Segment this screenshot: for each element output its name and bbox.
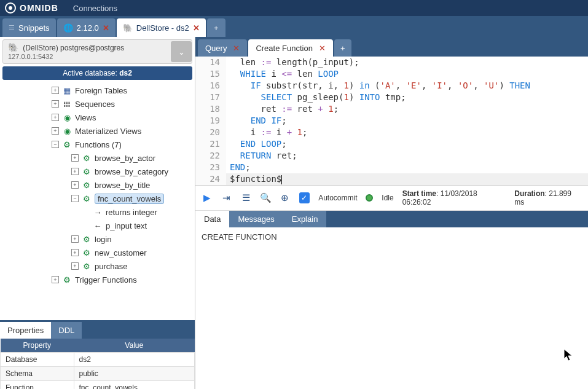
tab-data[interactable]: Data	[195, 211, 229, 227]
connection-dropdown-button[interactable]: ⌄	[171, 41, 192, 62]
tab-ddl[interactable]: DDL	[51, 322, 82, 339]
connections-menu[interactable]: Connections	[73, 4, 117, 13]
right-panel: Query ✕ Create Function ✕ + 14 len := le…	[195, 37, 588, 389]
autocommit-checkbox[interactable]: ✓	[299, 192, 310, 203]
gear-icon: ⚙	[81, 235, 92, 244]
tab-conn-2[interactable]: 🐘 DellStore - ds2 ✕	[117, 18, 206, 37]
expand-icon[interactable]: +	[52, 276, 59, 283]
tree-node-views[interactable]: + ◉ Views	[2, 111, 192, 124]
close-icon[interactable]: ✕	[319, 44, 326, 53]
tab-snippets[interactable]: ☰ Snippets	[2, 18, 56, 37]
table-row: Schemapublic	[1, 367, 195, 381]
code-text[interactable]: END;	[226, 162, 588, 173]
status-dot-icon	[366, 194, 373, 202]
query-tabs-bar: Query ✕ Create Function ✕ +	[195, 37, 588, 57]
tab-conn-1[interactable]: 🌐 2.12.0 ✕	[57, 18, 116, 37]
expand-icon[interactable]: +	[52, 114, 59, 121]
code-text[interactable]: RETURN ret;	[226, 150, 588, 162]
result-text: CREATE FUNCTION	[202, 232, 277, 242]
close-icon[interactable]: ✕	[103, 23, 109, 33]
code-text[interactable]: END IF;	[226, 115, 588, 127]
editor-line[interactable]: 15 WHILE i <= len LOOP	[195, 68, 588, 80]
editor-toolbar: ▶ ⇥ ☰ 🔍 ⊕ ✓ Autocommit Idle Start time: …	[195, 186, 588, 211]
editor-line[interactable]: 19 END IF;	[195, 115, 588, 127]
expand-icon[interactable]: +	[71, 181, 79, 189]
tree-node-fn[interactable]: + ⚙ login	[2, 232, 192, 246]
code-text[interactable]: END LOOP;	[226, 138, 588, 150]
expand-icon[interactable]: +	[52, 100, 59, 108]
gear-icon: ⚙	[81, 262, 92, 271]
add-query-tab-button[interactable]: +	[334, 39, 351, 57]
tab-label: DellStore - ds2	[136, 23, 189, 33]
tree-node-mat-views[interactable]: + ◉ Materialized Views	[2, 124, 192, 138]
code-text[interactable]: i := i + 1;	[226, 127, 588, 138]
tree-node-sequences[interactable]: + 𝍖 Sequences	[2, 97, 192, 111]
tree-node-fn[interactable]: + ⚙ browse_by_actor	[2, 151, 192, 165]
expand-icon[interactable]: +	[52, 127, 59, 135]
expand-icon[interactable]: +	[52, 87, 59, 94]
code-text[interactable]: IF substr(str, i, 1) in ('A', 'E', 'I', …	[226, 80, 588, 92]
expand-icon[interactable]: +	[71, 154, 79, 162]
tree-node-fn[interactable]: + ⚙ browse_by_category	[2, 165, 192, 178]
code-editor[interactable]: 14 len := length(p_input);15 WHILE i <= …	[195, 57, 588, 186]
tree-node-fn-selected[interactable]: − ⚙ fnc_count_vowels	[2, 192, 192, 205]
collapse-icon[interactable]: −	[52, 141, 59, 148]
table-icon: ▦	[61, 86, 73, 95]
code-text[interactable]: WHILE i <= len LOOP	[226, 68, 588, 80]
list-icon[interactable]: ☰	[240, 192, 251, 203]
editor-line[interactable]: 24$function$	[195, 173, 588, 185]
indent-icon[interactable]: ⇥	[221, 192, 232, 203]
tree-node-fn[interactable]: + ⚙ browse_by_title	[2, 178, 192, 192]
gear-icon: ⚙	[81, 248, 92, 257]
tab-create-function[interactable]: Create Function ✕	[248, 39, 333, 57]
line-number: 20	[195, 127, 226, 138]
tab-properties[interactable]: Properties	[0, 322, 51, 339]
col-value: Value	[74, 339, 194, 353]
code-text[interactable]: SELECT pg_sleep(1) INTO tmp;	[226, 92, 588, 103]
app-logo: OMNIDB	[5, 2, 58, 14]
expand-icon[interactable]: +	[71, 262, 79, 270]
zoom-icon[interactable]: ⊕	[280, 192, 291, 203]
expand-icon[interactable]: +	[71, 249, 79, 256]
arrow-left-icon: ←	[92, 221, 103, 230]
tab-messages[interactable]: Messages	[229, 211, 283, 227]
tree-node-fn-param[interactable]: ← p_input text	[2, 219, 192, 232]
run-button[interactable]: ▶	[202, 192, 213, 203]
tree-node-fn[interactable]: + ⚙ purchase	[2, 259, 192, 273]
active-db-name: ds2	[119, 69, 132, 77]
connection-host: 127.0.0.1:5432	[8, 53, 53, 60]
expand-icon[interactable]: +	[71, 168, 79, 175]
expand-icon[interactable]: +	[71, 235, 79, 243]
object-tree[interactable]: + ▦ Foreign Tables + 𝍖 Sequences + ◉ Vie…	[0, 80, 195, 320]
col-property: Property	[1, 339, 74, 353]
editor-line[interactable]: 23END;	[195, 162, 588, 173]
editor-line[interactable]: 17 SELECT pg_sleep(1) INTO tmp;	[195, 92, 588, 103]
tree-node-fn[interactable]: + ⚙ new_customer	[2, 246, 192, 259]
editor-line[interactable]: 14 len := length(p_input);	[195, 57, 588, 68]
code-text[interactable]: ret := ret + 1;	[226, 103, 588, 115]
code-text[interactable]: $function$	[226, 173, 588, 185]
tree-node-foreign-tables[interactable]: + ▦ Foreign Tables	[2, 84, 192, 97]
collapse-icon[interactable]: −	[71, 195, 79, 202]
line-number: 21	[195, 138, 226, 150]
editor-line[interactable]: 22 RETURN ret;	[195, 150, 588, 162]
add-connection-tab-button[interactable]: +	[207, 18, 225, 37]
tab-explain[interactable]: Explain	[283, 211, 327, 227]
tree-node-functions[interactable]: − ⚙ Functions (7)	[2, 138, 192, 151]
close-icon[interactable]: ✕	[193, 23, 200, 33]
tree-node-trigger-functions[interactable]: + ⚙ Trigger Functions	[2, 273, 192, 286]
code-text[interactable]: len := length(p_input);	[226, 57, 588, 68]
tab-query[interactable]: Query ✕	[198, 39, 247, 57]
line-number: 15	[195, 68, 226, 80]
editor-line[interactable]: 21 END LOOP;	[195, 138, 588, 150]
close-icon[interactable]: ✕	[233, 44, 240, 53]
search-icon[interactable]: 🔍	[260, 192, 271, 203]
tree-node-fn-return[interactable]: → returns integer	[2, 205, 192, 219]
line-number: 17	[195, 92, 226, 103]
editor-line[interactable]: 18 ret := ret + 1;	[195, 103, 588, 115]
editor-line[interactable]: 20 i := i + 1;	[195, 127, 588, 138]
eye-icon: ◉	[61, 113, 73, 122]
line-number: 16	[195, 80, 226, 92]
editor-line[interactable]: 16 IF substr(str, i, 1) in ('A', 'E', 'I…	[195, 80, 588, 92]
line-number: 22	[195, 150, 226, 162]
